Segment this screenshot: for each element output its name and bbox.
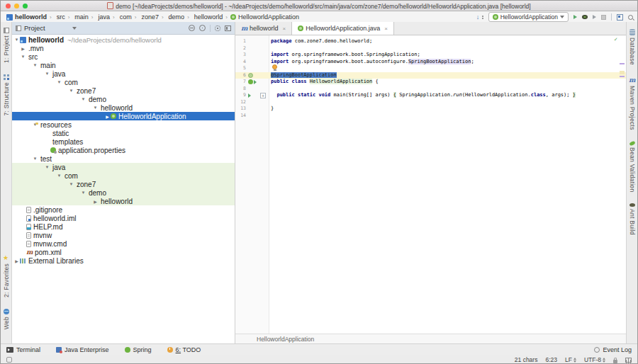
tool-window-button-bean-validation[interactable]: Bean Validation: [629, 142, 636, 192]
bottom-bar-button-java-enterprise[interactable]: Java Enterprise: [56, 346, 109, 353]
chevron-down-icon[interactable]: [72, 27, 77, 30]
tree-row-templates[interactable]: templates: [12, 137, 235, 146]
stop-button[interactable]: [601, 15, 606, 20]
close-icon[interactable]: ×: [384, 25, 388, 32]
intention-bulb-icon[interactable]: [272, 64, 277, 72]
tree-collapse-arrow[interactable]: ▶: [20, 46, 26, 51]
tree-row-.gitignore[interactable]: .gitignore: [12, 205, 235, 214]
screen-reader-icon[interactable]: [625, 358, 632, 363]
code-line-8: 8: [235, 86, 626, 93]
tree-expand-arrow[interactable]: ▼: [13, 38, 20, 42]
run-gutter-icon[interactable]: [254, 80, 257, 84]
breadcrumb-item-src[interactable]: src: [53, 13, 67, 21]
tree-row-com[interactable]: ▼com: [12, 171, 235, 180]
tree-row-mvnw.cmd[interactable]: mvnw.cmd: [12, 239, 235, 248]
tool-window-button-database[interactable]: Database: [629, 29, 636, 65]
locate-file-icon[interactable]: [199, 25, 206, 31]
tree-row-demo[interactable]: ▼demo: [12, 188, 235, 197]
tool-window-button-ant-build[interactable]: Ant Build: [629, 203, 636, 235]
code-editor[interactable]: 1package com.zone7.demo.helloworld;23imp…: [235, 35, 626, 334]
tree-expand-arrow[interactable]: ▼: [32, 63, 38, 67]
tree-row-java[interactable]: ▼java: [12, 69, 235, 78]
search-everywhere-button[interactable]: [628, 15, 633, 20]
bottom-bar-button-6-todo[interactable]: 6: TODO: [167, 346, 201, 353]
spring-annotation-icon[interactable]: [248, 73, 253, 78]
breadcrumb-item-zone7[interactable]: zone7: [138, 13, 160, 21]
tree-collapse-arrow[interactable]: ▶: [92, 199, 99, 204]
tree-collapse-arrow[interactable]: ▶: [13, 258, 20, 263]
tab-HelloworldApplication.java[interactable]: HelloworldApplication.java×: [292, 22, 394, 35]
fold-expand-icon[interactable]: +: [260, 93, 266, 98]
tree-expand-arrow[interactable]: ▼: [20, 55, 26, 59]
inspection-ok-icon[interactable]: ✓: [614, 36, 617, 43]
run-button[interactable]: [573, 15, 577, 19]
debug-button[interactable]: [582, 15, 588, 19]
tree-row-application.properties[interactable]: application.properties: [12, 146, 235, 154]
bottom-bar-button-terminal[interactable]: Terminal: [6, 346, 40, 353]
tree-row-demo[interactable]: ▼demo: [12, 95, 235, 103]
breadcrumb-item-main[interactable]: main: [71, 13, 90, 21]
tree-expand-arrow[interactable]: ▼: [56, 80, 62, 84]
tool-window-button-7-structure[interactable]: 7: Structure: [3, 74, 10, 116]
event-log-button[interactable]: Event Log: [594, 346, 632, 353]
tree-expand-arrow[interactable]: ▼: [44, 165, 50, 169]
close-icon[interactable]: ×: [283, 25, 286, 32]
tool-window-button-1-project[interactable]: 1: Project: [3, 28, 10, 63]
tree-row-HELP.md[interactable]: HELP.md: [12, 222, 235, 231]
tool-window-button-web[interactable]: Web: [3, 309, 10, 329]
tab-helloworld[interactable]: helloworld×: [235, 22, 292, 35]
lock-icon[interactable]: [613, 360, 617, 363]
run-gutter-icon[interactable]: [248, 93, 251, 98]
tree-row-static[interactable]: static: [12, 129, 235, 137]
tree-row-src[interactable]: ▼src: [12, 52, 235, 61]
breadcrumb-item-HelloworldApplication[interactable]: HelloworldApplication: [229, 13, 301, 21]
breadcrumb-item-java[interactable]: java: [95, 13, 112, 21]
editor-breadcrumb[interactable]: HelloworldApplication: [235, 334, 626, 343]
breadcrumb-item-com[interactable]: com: [116, 13, 133, 21]
breadcrumb-item-helloworld[interactable]: helloworld: [191, 13, 225, 21]
tree-collapse-arrow[interactable]: ▶: [104, 114, 111, 119]
tree-row-main[interactable]: ▼main: [12, 61, 235, 69]
tool-window-button-2-favorites[interactable]: 2: Favorites: [3, 255, 10, 297]
hide-panel-icon[interactable]: [225, 25, 231, 31]
tree-row-zone7[interactable]: ▼zone7: [12, 86, 235, 95]
tree-row-External Libraries[interactable]: ▶External Libraries: [12, 256, 235, 265]
tree-expand-arrow[interactable]: ▼: [44, 72, 50, 76]
tree-expand-arrow[interactable]: ▼: [56, 174, 62, 178]
tree-expand-arrow[interactable]: ▼: [92, 106, 99, 110]
tree-row-test[interactable]: ▼test: [12, 154, 235, 163]
tool-window-switcher-icon[interactable]: [6, 357, 12, 363]
tree-row-.mvn[interactable]: ▶.mvn: [12, 44, 235, 52]
project-structure-button[interactable]: [617, 14, 623, 21]
line-ending-select[interactable]: LF: [565, 356, 576, 363]
gear-icon[interactable]: [215, 25, 220, 31]
tree-row-pom.xml[interactable]: pom.xml: [12, 248, 235, 256]
tree-expand-arrow[interactable]: ▼: [68, 182, 74, 186]
caret-position[interactable]: 6:23: [545, 356, 557, 363]
view-options-icon[interactable]: [476, 13, 483, 21]
tree-row-helloworld[interactable]: ▼helloworld~/IdeaProjects/demo/helloworl…: [12, 35, 235, 44]
tree-row-resources[interactable]: ▼resources: [12, 120, 235, 129]
breadcrumb-item-demo[interactable]: demo: [165, 13, 186, 21]
spring-bean-icon[interactable]: [248, 79, 253, 84]
tree-row-HelloworldApplication[interactable]: ▶HelloworldApplication: [12, 112, 235, 120]
tree-row-com[interactable]: ▼com: [12, 78, 235, 86]
tree-row-helloworld[interactable]: ▶helloworld: [12, 197, 235, 205]
tree-expand-arrow[interactable]: ▼: [32, 157, 38, 161]
tree-row-helloworld.iml[interactable]: helloworld.iml: [12, 214, 235, 222]
code-text: public static void main(String[] args) {…: [271, 92, 576, 99]
tree-row-zone7[interactable]: ▼zone7: [12, 180, 235, 188]
tree-row-java[interactable]: ▼java: [12, 163, 235, 171]
tool-window-button-maven-projects[interactable]: Maven Projects: [629, 76, 636, 130]
tree-row-mvnw[interactable]: mvnw: [12, 231, 235, 239]
tree-expand-arrow[interactable]: ▼: [80, 190, 86, 195]
collapse-all-icon[interactable]: [189, 25, 195, 31]
run-configuration-select[interactable]: HelloworldApplication: [488, 12, 569, 22]
run-with-coverage-button[interactable]: [593, 15, 596, 19]
breadcrumb-item-helloworld[interactable]: helloworld: [5, 13, 48, 21]
encoding-select[interactable]: UTF-8: [584, 356, 605, 363]
tree-expand-arrow[interactable]: ▼: [80, 97, 86, 101]
bottom-bar-button-spring[interactable]: Spring: [125, 346, 152, 353]
tree-expand-arrow[interactable]: ▼: [68, 89, 74, 93]
tree-row-helloworld[interactable]: ▼helloworld: [12, 103, 235, 112]
